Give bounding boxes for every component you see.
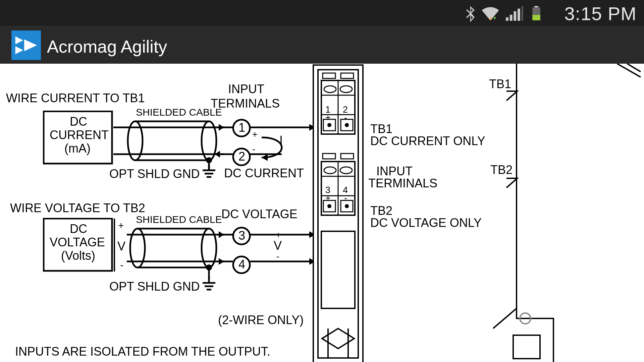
wifi-icon: ▲ ▼ — [481, 6, 500, 23]
svg-point-72 — [345, 123, 349, 127]
wiring-diagram[interactable]: WIRE CURRENT TO TB1 WIRE VOLTAGE TO TB2 … — [0, 64, 644, 362]
i-loop-letter: I — [279, 133, 283, 147]
svg-rect-4 — [510, 15, 513, 21]
svg-rect-85 — [321, 231, 355, 308]
cell-signal-icon — [506, 6, 523, 22]
label-dc-current: DC CURRENT — [224, 166, 304, 180]
label-dc-voltage: DC VOLTAGE — [221, 207, 298, 221]
dc-current-box-line1: DC — [70, 115, 87, 129]
device-pin4-minus: - — [344, 193, 347, 203]
svg-rect-3 — [506, 17, 508, 21]
device-front — [312, 64, 366, 362]
label-inputs-isolated: INPUTS ARE ISOLATED FROM THE OUTPUT. — [15, 345, 270, 359]
minus-v-bot: - — [276, 251, 279, 262]
svg-point-70 — [327, 123, 331, 127]
svg-rect-5 — [514, 11, 516, 21]
svg-point-84 — [345, 204, 349, 208]
label-opt-shld-gnd-2: OPT SHLD GND — [109, 280, 200, 294]
label-2-wire-only: (2-WIRE ONLY) — [218, 313, 304, 327]
device-pin1-plus: + — [325, 113, 331, 123]
svg-rect-0 — [534, 6, 538, 7]
bluetooth-icon — [465, 6, 476, 23]
svg-rect-7 — [522, 6, 523, 21]
svg-rect-91 — [513, 335, 540, 359]
dc-voltage-box-line2: VOLTAGE — [50, 235, 105, 249]
tb1-right-line2: DC CURRENT ONLY — [370, 134, 485, 148]
ground-symbol-2 — [201, 277, 221, 295]
tb1-far-label: TB1 — [489, 77, 511, 91]
app-title: Acromag Agility — [47, 37, 167, 57]
battery-icon — [531, 6, 542, 22]
app-logo-icon — [11, 31, 41, 60]
svg-rect-6 — [518, 9, 520, 21]
v-letter-mid: V — [274, 239, 282, 253]
app-action-bar: Acromag Agility — [0, 26, 644, 64]
label-shielded-cable-1: SHIELDED CABLE — [136, 107, 222, 118]
label-opt-shld-gnd-1: OPT SHLD GND — [109, 167, 200, 181]
label-input-terminals-top-l1: INPUT — [228, 82, 264, 96]
svg-marker-51 — [262, 154, 268, 161]
tb2-right-line2: DC VOLTAGE ONLY — [370, 216, 482, 230]
ground-symbol-1 — [201, 164, 221, 182]
label-input-terminals-side-l2: TERMINALS — [368, 176, 437, 190]
svg-point-82 — [327, 204, 331, 208]
status-clock: 3:15 PM — [564, 3, 637, 24]
dc-current-box-line2: CURRENT — [50, 128, 109, 142]
device-pin2-minus: - — [344, 113, 347, 123]
device-isometric — [493, 64, 644, 362]
label-wire-current-tb1: WIRE CURRENT TO TB1 — [6, 91, 145, 105]
device-pin3-plus: + — [325, 193, 331, 203]
label-shielded-cable-2: SHIELDED CABLE — [136, 214, 222, 225]
terminal-wires — [221, 114, 322, 288]
android-status-bar: 3:15 PM ▲ ▼ — [0, 0, 644, 26]
label-wire-voltage-tb2: WIRE VOLTAGE TO TB2 — [10, 201, 145, 215]
svg-rect-2 — [532, 15, 540, 20]
tb2-far-label: TB2 — [490, 163, 513, 177]
dc-voltage-box-line1: DC — [70, 222, 87, 236]
dc-voltage-box-line3: (Volts) — [61, 249, 95, 263]
svg-line-89 — [493, 308, 517, 328]
dc-current-box-line3: (mA) — [64, 141, 91, 156]
